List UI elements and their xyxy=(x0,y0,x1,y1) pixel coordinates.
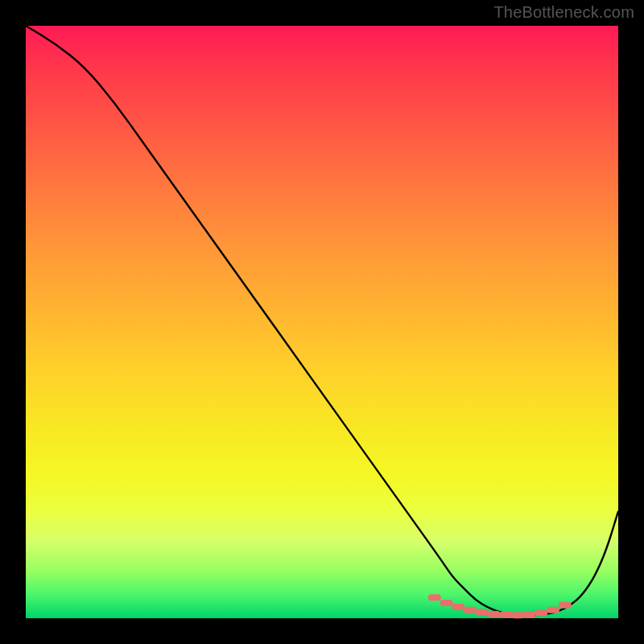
highlight-marker xyxy=(428,594,441,601)
highlight-marker xyxy=(440,600,453,606)
highlight-marker xyxy=(499,612,512,618)
highlight-marker xyxy=(535,609,547,616)
plot-area xyxy=(26,26,618,618)
highlight-marker xyxy=(464,607,477,613)
highlight-marker xyxy=(559,602,572,609)
curve-svg xyxy=(26,26,618,618)
highlight-marker xyxy=(487,611,500,617)
bottleneck-curve-path xyxy=(26,26,618,615)
highlight-marker xyxy=(452,604,464,610)
bottleneck-curve xyxy=(26,26,618,615)
highlight-marker xyxy=(547,607,559,613)
chart-frame: TheBottleneck.com xyxy=(0,0,644,644)
highlight-marker xyxy=(476,609,489,616)
watermark-text: TheBottleneck.com xyxy=(493,3,634,22)
highlight-marker xyxy=(511,612,524,618)
highlight-marker xyxy=(523,612,536,618)
highlight-markers xyxy=(428,594,572,618)
